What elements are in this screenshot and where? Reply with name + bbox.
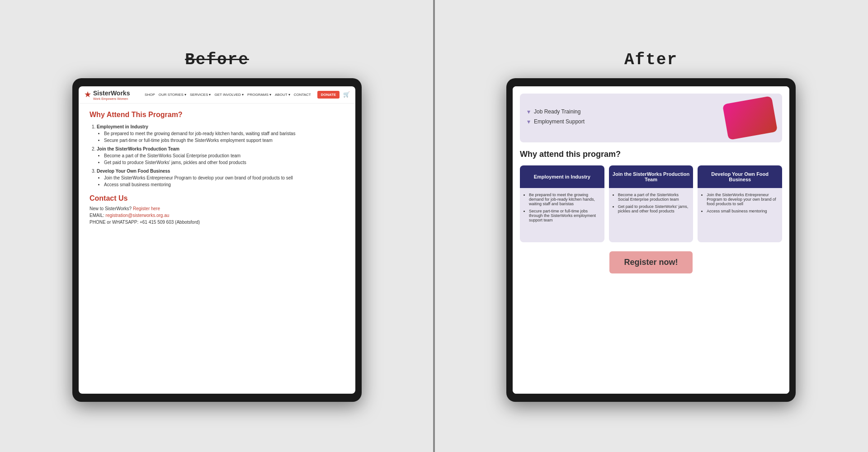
after-label: After — [624, 51, 678, 69]
register-container: Register now! — [520, 251, 782, 273]
before-item-2-2: Get paid to produce SisterWorks' jams, p… — [104, 160, 344, 165]
comparison-container: Before ★ SisterWorks Work Empowers Women… — [0, 0, 868, 452]
before-section-1: Employment in Industry Be prepared to me… — [97, 124, 344, 143]
before-item-1-2: Secure part-time or full-time jobs throu… — [104, 138, 344, 143]
after-heading: Why attend this program? — [520, 150, 782, 159]
after-card-3-header: Develop Your Own Food Business — [698, 165, 782, 188]
after-top-item-1: ▾ Job Ready Training — [527, 108, 720, 115]
before-section-3: Develop Your Own Food Business Join the … — [97, 169, 344, 187]
nav-logo: ★ SisterWorks Work Empowers Women — [84, 89, 138, 100]
divider — [433, 0, 435, 452]
after-card-1-item-2: Secure part-time or full-time jobs throu… — [529, 209, 601, 222]
after-card-1-body: Be prepared to meet the growing demand f… — [520, 188, 604, 242]
after-card-3-body: Join the SisterWorks Entrepreneur Progra… — [698, 188, 782, 242]
logo-text: SisterWorks — [93, 89, 130, 97]
before-section-1-items: Be prepared to meet the growing demand f… — [97, 131, 344, 143]
before-section-2-items: Become a part of the SisterWorks Social … — [97, 153, 344, 165]
before-section-1-title: Employment in Industry — [97, 124, 148, 129]
contact-email-label: EMAIL: — [90, 213, 104, 218]
before-panel: Before ★ SisterWorks Work Empowers Women… — [0, 0, 434, 452]
after-card-2-item-1: Become a part of the SisterWorks Social … — [618, 193, 690, 202]
before-nav: ★ SisterWorks Work Empowers Women SHOP O… — [79, 86, 355, 104]
contact-register-link[interactable]: Register here — [133, 206, 160, 211]
decorative-image — [722, 96, 778, 140]
after-card-1-item-1: Be prepared to meet the growing demand f… — [529, 193, 601, 206]
before-section-2: Join the SisterWorks Production Team Bec… — [97, 146, 344, 165]
after-card-2: Join the SisterWorks Production Team Bec… — [609, 165, 693, 242]
after-card-2-item-2: Get paid to produce SisterWorks' jams, p… — [618, 204, 690, 213]
contact-phone: PHONE or WHATSAPP: +61 415 509 603 (Abbo… — [90, 220, 344, 225]
after-tablet-frame: ▾ Job Ready Training ▾ Employment Suppor… — [506, 78, 796, 402]
after-card-1-list: Be prepared to meet the growing demand f… — [524, 193, 601, 222]
after-screen: ▾ Job Ready Training ▾ Employment Suppor… — [513, 86, 789, 394]
after-top-item-2: ▾ Employment Support — [527, 118, 720, 125]
register-button[interactable]: Register now! — [609, 251, 692, 273]
after-top-list: ▾ Job Ready Training ▾ Employment Suppor… — [527, 108, 720, 128]
contact-new-text: New to SisterWorks? Register here — [90, 206, 344, 211]
nav-services[interactable]: SERVICES ▾ — [190, 93, 211, 97]
after-content: ▾ Job Ready Training ▾ Employment Suppor… — [513, 86, 789, 394]
after-top-section: ▾ Job Ready Training ▾ Employment Suppor… — [520, 94, 782, 142]
after-card-1-header: Employment in Industry — [520, 165, 604, 188]
nav-about[interactable]: ABOUT ▾ — [275, 93, 290, 97]
nav-our-stories[interactable]: OUR STORIES ▾ — [159, 93, 186, 97]
after-card-2-header: Join the SisterWorks Production Team — [609, 165, 693, 188]
arrow-down-icon-2: ▾ — [527, 118, 530, 125]
after-card-1: Employment in Industry Be prepared to me… — [520, 165, 604, 242]
before-screen: ★ SisterWorks Work Empowers Women SHOP O… — [79, 86, 355, 394]
contact-section: Contact Us New to SisterWorks? Register … — [90, 194, 344, 225]
after-top-item-2-label: Employment Support — [534, 118, 585, 125]
before-item-2-1: Become a part of the SisterWorks Social … — [104, 153, 344, 158]
after-panel: After ▾ Job Ready Training ▾ Employ — [434, 0, 868, 452]
nav-get-involved[interactable]: GET INVOLVED ▾ — [215, 93, 244, 97]
before-tablet-frame: ★ SisterWorks Work Empowers Women SHOP O… — [72, 78, 362, 402]
before-item-3-1: Join the SisterWorks Entrepreneur Progra… — [104, 175, 344, 180]
nav-programs[interactable]: PROGRAMS ▾ — [247, 93, 271, 97]
before-sections-list: Employment in Industry Be prepared to me… — [90, 124, 344, 187]
after-cards: Employment in Industry Be prepared to me… — [520, 165, 782, 242]
before-content: Why Attend This Program? Employment in I… — [79, 104, 355, 389]
after-card-2-body: Become a part of the SisterWorks Social … — [609, 188, 693, 242]
before-section-3-title: Develop Your Own Food Business — [97, 169, 170, 174]
logo-tagline: Work Empowers Women — [93, 97, 130, 100]
before-item-1-1: Be prepared to meet the growing demand f… — [104, 131, 344, 136]
after-card-3: Develop Your Own Food Business Join the … — [698, 165, 782, 242]
contact-email: EMAIL: registration@sisterworks.org.au — [90, 213, 344, 218]
donate-button[interactable]: DONATE — [317, 91, 340, 99]
after-card-3-list: Join the SisterWorks Entrepreneur Progra… — [701, 193, 778, 213]
contact-new-label: New to SisterWorks? — [90, 206, 132, 211]
contact-email-value[interactable]: registration@sisterworks.org.au — [106, 213, 170, 218]
nav-contact[interactable]: CONTACT — [294, 93, 311, 97]
before-section-2-title: Join the SisterWorks Production Team — [97, 146, 179, 151]
arrow-down-icon-1: ▾ — [527, 108, 530, 115]
before-item-3-2: Access small business mentoring — [104, 182, 344, 187]
star-icon: ★ — [84, 89, 91, 99]
after-top-item-1-label: Job Ready Training — [534, 108, 580, 115]
after-card-3-item-2: Access small business mentoring — [707, 209, 778, 213]
before-section-3-items: Join the SisterWorks Entrepreneur Progra… — [97, 175, 344, 187]
nav-shop[interactable]: SHOP — [145, 93, 155, 97]
cart-icon[interactable]: 🛒 — [343, 91, 350, 98]
before-label: Before — [185, 51, 249, 69]
contact-heading: Contact Us — [90, 194, 344, 202]
after-card-2-list: Become a part of the SisterWorks Social … — [613, 193, 690, 213]
nav-links: SHOP OUR STORIES ▾ SERVICES ▾ GET INVOLV… — [142, 93, 314, 97]
before-heading: Why Attend This Program? — [90, 111, 344, 119]
after-card-3-item-1: Join the SisterWorks Entrepreneur Progra… — [707, 193, 778, 206]
